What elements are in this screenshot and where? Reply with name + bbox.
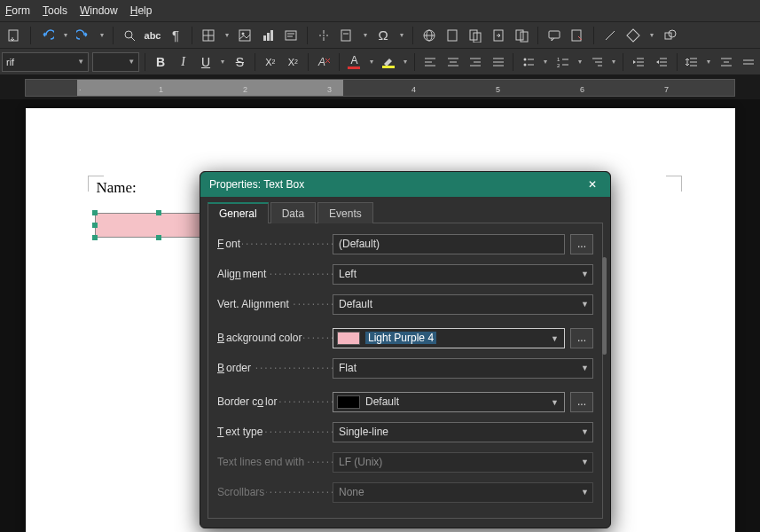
undo-dropdown[interactable]: ▾ <box>61 27 69 44</box>
bgcolor-combo[interactable]: Light Purple 4 ▼ <box>333 328 565 348</box>
row-alignment: Alignment Left▼ <box>217 261 593 287</box>
textbox-insert-icon[interactable] <box>282 27 300 44</box>
line-icon[interactable] <box>601 27 619 44</box>
table-dropdown[interactable]: ▾ <box>223 27 231 44</box>
font-color-button[interactable]: A <box>345 52 364 72</box>
tab-data[interactable]: Data <box>270 202 316 223</box>
strikethrough-button[interactable]: S <box>231 52 250 72</box>
align-right-button[interactable] <box>466 52 485 72</box>
resize-handle[interactable] <box>92 223 98 228</box>
bookmark-icon[interactable] <box>466 27 484 44</box>
align-left-button[interactable] <box>420 52 440 72</box>
resize-handle[interactable] <box>156 235 161 240</box>
comment-icon[interactable] <box>545 27 563 44</box>
find-icon[interactable] <box>121 27 138 44</box>
highlight-color-dropdown[interactable]: ▾ <box>402 53 410 71</box>
svg-rect-8 <box>263 35 266 41</box>
resize-handle[interactable] <box>92 235 98 240</box>
align-justify-button[interactable] <box>489 52 508 72</box>
tab-general[interactable]: General <box>208 202 269 223</box>
font-name-value: rif <box>6 57 14 67</box>
increase-indent-button[interactable] <box>629 52 648 72</box>
chart-icon[interactable] <box>259 27 277 44</box>
bullet-list-dropdown[interactable]: ▾ <box>542 53 550 71</box>
font-name-combo[interactable]: rif ▼ <box>2 52 89 72</box>
bordercolor-combo[interactable]: Default ▼ <box>333 392 565 412</box>
resize-handle[interactable] <box>156 210 161 215</box>
export-pdf-icon[interactable] <box>5 27 23 44</box>
svg-line-30 <box>606 31 615 40</box>
tab-panel-general: Font (Default) ... Alignment Left▼ Vert.… <box>208 223 603 519</box>
number-list-button[interactable]: 12 <box>553 52 573 72</box>
outline-list-dropdown[interactable]: ▾ <box>610 53 618 71</box>
redo-dropdown[interactable]: ▾ <box>98 27 106 44</box>
font-browse-button[interactable]: ... <box>570 234 593 254</box>
draw-icon[interactable] <box>661 27 678 44</box>
font-field[interactable]: (Default) <box>333 234 565 254</box>
decrease-indent-button[interactable] <box>652 52 671 72</box>
bold-button[interactable]: B <box>151 52 170 72</box>
track-changes-icon[interactable] <box>568 27 586 44</box>
margin-corner <box>666 176 682 192</box>
resize-handle[interactable] <box>92 210 98 215</box>
number-list-dropdown[interactable]: ▾ <box>576 53 584 71</box>
align-center-button[interactable] <box>443 52 463 72</box>
svg-rect-9 <box>267 33 270 41</box>
italic-button[interactable]: I <box>174 52 193 72</box>
font-color-dropdown[interactable]: ▾ <box>367 53 375 71</box>
undo-icon[interactable] <box>38 27 56 44</box>
alignment-combo[interactable]: Left▼ <box>333 264 593 285</box>
vert-alignment-combo[interactable]: Default▼ <box>333 294 593 315</box>
border-combo[interactable]: Flat▼ <box>333 358 593 379</box>
line-spacing-button[interactable] <box>683 52 702 72</box>
paragraph-marks-icon[interactable]: ¶ <box>167 27 184 44</box>
svg-rect-0 <box>9 30 18 41</box>
font-size-combo[interactable]: ▼ <box>92 52 139 72</box>
subscript-button[interactable]: X2 <box>284 52 303 72</box>
menu-form[interactable]: FFormorm <box>5 4 30 17</box>
row-scrollbars: Scrollbars None▼ <box>217 479 593 505</box>
crossref-icon[interactable] <box>490 27 507 44</box>
texttype-combo[interactable]: Single-line▼ <box>333 422 593 442</box>
horizontal-ruler[interactable]: · 1 2 3 4 5 6 7 <box>25 79 735 97</box>
comment-box-icon[interactable] <box>513 27 530 44</box>
menu-help[interactable]: Help <box>130 4 153 17</box>
bordercolor-browse-button[interactable]: ... <box>570 392 593 412</box>
spellcheck-icon[interactable]: abc <box>144 27 161 44</box>
field-icon[interactable] <box>338 27 356 44</box>
para-spacing-inc-button[interactable] <box>717 52 736 72</box>
highlight-color-button[interactable] <box>379 52 398 72</box>
table-icon[interactable] <box>200 27 217 44</box>
chevron-down-icon: ▼ <box>551 334 559 343</box>
footnote-icon[interactable] <box>443 27 461 44</box>
dialog-titlebar[interactable]: Properties: Text Box ✕ <box>200 172 610 197</box>
svg-rect-28 <box>549 31 560 38</box>
close-button[interactable]: ✕ <box>584 176 601 193</box>
para-spacing-dec-button[interactable] <box>739 52 758 72</box>
hyperlink-icon[interactable] <box>420 27 438 44</box>
bgcolor-browse-button[interactable]: ... <box>570 328 593 348</box>
pagebreak-icon[interactable] <box>315 27 333 44</box>
tab-events[interactable]: Events <box>317 202 373 223</box>
field-dropdown[interactable]: ▾ <box>361 27 369 44</box>
superscript-button[interactable]: X2 <box>261 52 280 72</box>
chevron-down-icon: ▼ <box>581 427 589 436</box>
outline-list-button[interactable] <box>587 52 607 72</box>
underline-button[interactable]: U <box>196 52 215 72</box>
bgcolor-value: Light Purple 4 <box>365 332 436 344</box>
menu-window[interactable]: Window <box>80 4 118 17</box>
bullet-list-button[interactable] <box>519 52 538 72</box>
chevron-down-icon: ▼ <box>581 488 589 497</box>
redo-icon[interactable] <box>74 27 92 44</box>
special-char-dropdown[interactable]: ▾ <box>397 27 405 44</box>
menu-tools[interactable]: Tools <box>43 4 67 17</box>
image-icon[interactable] <box>236 27 254 44</box>
clear-formatting-button[interactable]: A <box>314 52 333 72</box>
underline-dropdown[interactable]: ▾ <box>219 53 227 71</box>
basic-shapes-icon[interactable] <box>624 27 642 44</box>
basic-shapes-dropdown[interactable]: ▾ <box>647 27 655 44</box>
dialog-scrollbar[interactable] <box>602 257 607 355</box>
line-spacing-dropdown[interactable]: ▾ <box>705 53 713 71</box>
svg-rect-31 <box>627 28 639 41</box>
special-char-icon[interactable]: Ω <box>374 27 392 44</box>
